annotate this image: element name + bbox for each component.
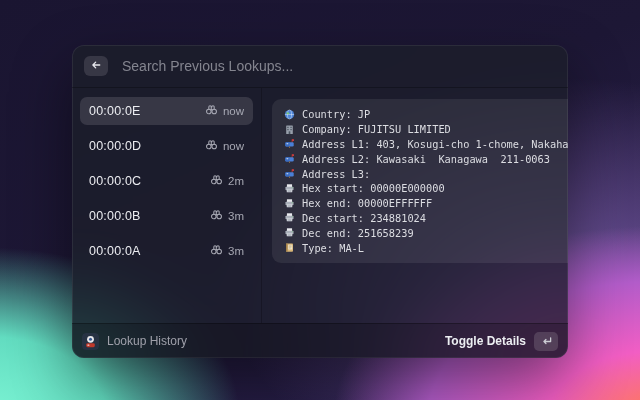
- detail-line-text: Address L2: Kawasaki Kanagawa 211-0063: [302, 153, 550, 165]
- detail-line: Company: FUJITSU LIMITED: [283, 122, 568, 137]
- mailbox-icon: [283, 168, 295, 179]
- mailbox-icon: [283, 153, 295, 164]
- office-building-icon: [283, 124, 295, 135]
- list-item-address: 00:00:0A: [89, 244, 141, 258]
- detail-line-text: Dec end: 251658239: [302, 227, 414, 239]
- desktop-background: 00:00:0Enow00:00:0Dnow00:00:0C2m00:00:0B…: [0, 0, 640, 400]
- list-item[interactable]: 00:00:0A3m: [80, 237, 253, 265]
- detail-line-text: Address L1: 403, Kosugi-cho 1-chome, Nak…: [302, 138, 568, 150]
- detail-line: Address L3:: [283, 166, 568, 181]
- list-item[interactable]: 00:00:0C2m: [80, 167, 253, 195]
- detail-line-text: Type: MA-L: [302, 242, 364, 254]
- list-item-time: 2m: [228, 175, 244, 187]
- printer-icon: [283, 212, 295, 223]
- launcher-window: 00:00:0Enow00:00:0Dnow00:00:0C2m00:00:0B…: [72, 45, 568, 358]
- lookup-list: 00:00:0Enow00:00:0Dnow00:00:0C2m00:00:0B…: [72, 88, 262, 323]
- list-item-address: 00:00:0D: [89, 139, 141, 153]
- detail-line: Country: JP: [283, 107, 568, 122]
- detail-line: Address L2: Kawasaki Kanagawa 211-0063: [283, 151, 568, 166]
- details-card: Country: JPCompany: FUJITSU LIMITEDAddre…: [272, 99, 568, 263]
- detail-line-text: Address L3:: [302, 168, 370, 180]
- search-header: [72, 45, 568, 88]
- detail-line-text: Hex start: 00000E000000: [302, 182, 445, 194]
- detail-line: Address L1: 403, Kosugi-cho 1-chome, Nak…: [283, 137, 568, 152]
- return-key-icon[interactable]: [534, 332, 558, 351]
- detail-line: Hex end: 00000EFFFFFF: [283, 196, 568, 211]
- detail-line: Dec end: 251658239: [283, 225, 568, 240]
- detail-line: Hex start: 00000E000000: [283, 181, 568, 196]
- toggle-details-button[interactable]: Toggle Details: [445, 334, 526, 348]
- detail-line-text: Dec start: 234881024: [302, 212, 426, 224]
- lookup-history-app-icon: [82, 333, 99, 350]
- ledger-icon: [283, 242, 295, 253]
- binoculars-icon: [205, 137, 218, 155]
- list-item-time: now: [223, 140, 244, 152]
- detail-line-text: Company: FUJITSU LIMITED: [302, 123, 451, 135]
- detail-line-text: Hex end: 00000EFFFFFF: [302, 197, 432, 209]
- binoculars-icon: [210, 207, 223, 225]
- footer-app-label: Lookup History: [107, 334, 187, 348]
- binoculars-icon: [205, 102, 218, 120]
- binoculars-icon: [210, 242, 223, 260]
- details-panel: Country: JPCompany: FUJITSU LIMITEDAddre…: [262, 88, 568, 323]
- content-area: 00:00:0Enow00:00:0Dnow00:00:0C2m00:00:0B…: [72, 88, 568, 323]
- list-item[interactable]: 00:00:0Dnow: [80, 132, 253, 160]
- list-item-accessory: now: [205, 102, 244, 120]
- list-item-address: 00:00:0E: [89, 104, 141, 118]
- search-input[interactable]: [120, 57, 556, 75]
- list-item-accessory: now: [205, 137, 244, 155]
- detail-line-text: Country: JP: [302, 108, 370, 120]
- list-item[interactable]: 00:00:0B3m: [80, 202, 253, 230]
- printer-icon: [283, 183, 295, 194]
- footer-bar: Lookup History Toggle Details: [72, 323, 568, 358]
- detail-line: Dec start: 234881024: [283, 211, 568, 226]
- list-item-time: 3m: [228, 210, 244, 222]
- list-item-time: 3m: [228, 245, 244, 257]
- globe-icon: [283, 109, 295, 120]
- printer-icon: [283, 198, 295, 209]
- list-item-time: now: [223, 105, 244, 117]
- back-button[interactable]: [84, 56, 108, 76]
- list-item-accessory: 3m: [210, 207, 244, 225]
- list-item-address: 00:00:0C: [89, 174, 141, 188]
- back-arrow-icon: [90, 57, 102, 75]
- mailbox-icon: [283, 138, 295, 149]
- binoculars-icon: [210, 172, 223, 190]
- list-item[interactable]: 00:00:0Enow: [80, 97, 253, 125]
- list-item-accessory: 3m: [210, 242, 244, 260]
- detail-line: Type: MA-L: [283, 240, 568, 255]
- list-item-address: 00:00:0B: [89, 209, 141, 223]
- printer-icon: [283, 227, 295, 238]
- list-item-accessory: 2m: [210, 172, 244, 190]
